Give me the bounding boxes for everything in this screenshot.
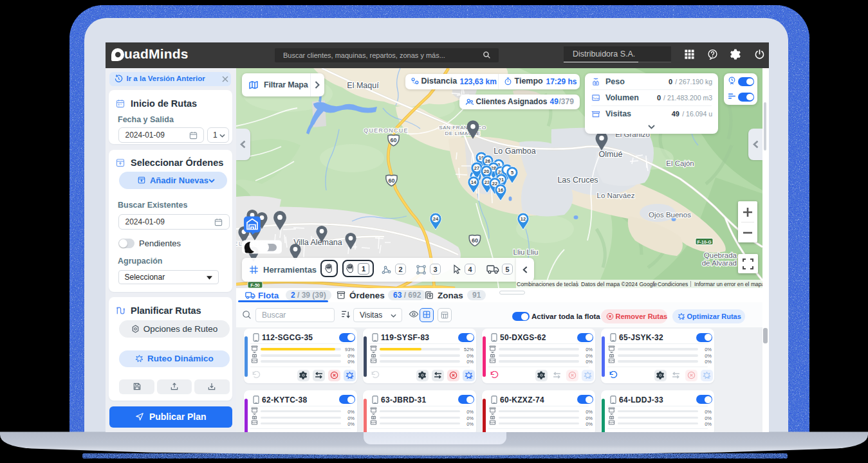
svg-text:14: 14: [471, 179, 477, 185]
svg-text:27: 27: [474, 165, 479, 171]
svg-text:F-10-G: F-10-G: [697, 240, 712, 244]
svg-text:de Alvarad: de Alvarad: [702, 259, 737, 267]
svg-text:12: 12: [521, 216, 526, 222]
svg-text:24: 24: [433, 216, 439, 222]
svg-text:20: 20: [484, 168, 489, 174]
svg-text:Las Cruces: Las Cruces: [557, 176, 598, 185]
svg-text:F-50: F-50: [250, 283, 260, 287]
svg-text:60: 60: [388, 177, 394, 184]
svg-text:Olmué: Olmué: [599, 150, 623, 159]
svg-text:El Cajón: El Cajón: [666, 159, 694, 167]
svg-text:Ojos Buenos: Ojos Buenos: [649, 211, 691, 219]
svg-text:60: 60: [391, 137, 397, 143]
svg-text:Lliu Lliu: Lliu Lliu: [513, 248, 539, 256]
svg-text:Quebrada: Quebrada: [704, 251, 737, 259]
svg-text:Villa Alemana: Villa Alemana: [293, 238, 342, 247]
svg-text:Lo Gamboa: Lo Gamboa: [494, 147, 535, 156]
svg-text:El Maquí: El Maquí: [347, 81, 379, 90]
svg-text:16: 16: [498, 187, 503, 193]
svg-text:5: 5: [511, 170, 513, 176]
svg-text:Lo Narváez: Lo Narváez: [597, 192, 635, 199]
svg-text:QUERONCUE: QUERONCUE: [364, 127, 408, 134]
svg-text:SAN FRANCISCO: SAN FRANCISCO: [439, 125, 486, 131]
svg-text:26: 26: [485, 158, 490, 164]
svg-text:60: 60: [472, 237, 478, 244]
